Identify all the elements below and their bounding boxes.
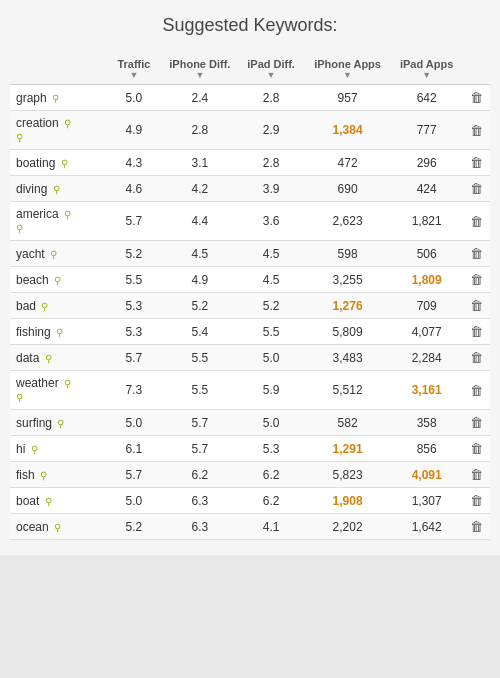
keyword-name: yacht bbox=[16, 247, 45, 261]
keyword-cell: ocean ⚲ bbox=[10, 514, 105, 540]
ipad-apps-value: 4,091 bbox=[390, 462, 464, 488]
keyword-search-icon[interactable]: ⚲ bbox=[54, 275, 61, 286]
delete-cell[interactable]: 🗑 bbox=[464, 462, 490, 488]
delete-cell[interactable]: 🗑 bbox=[464, 150, 490, 176]
iphone-apps-value: 1,384 bbox=[305, 111, 389, 150]
sort-arrow-ipad-apps: ▼ bbox=[396, 70, 458, 80]
delete-icon[interactable]: 🗑 bbox=[470, 467, 483, 482]
sort-arrow-ipad-diff: ▼ bbox=[243, 70, 300, 80]
table-row: america ⚲ ⚲ 5.74.43.62,6231,821🗑 bbox=[10, 202, 490, 241]
keyword-search-icon[interactable]: ⚲ bbox=[64, 118, 71, 129]
delete-cell[interactable]: 🗑 bbox=[464, 267, 490, 293]
delete-cell[interactable]: 🗑 bbox=[464, 111, 490, 150]
delete-cell[interactable]: 🗑 bbox=[464, 514, 490, 540]
ipad-diff-value: 5.2 bbox=[237, 293, 306, 319]
keyword-search-icon[interactable]: ⚲ bbox=[45, 353, 52, 364]
keyword-name: bad bbox=[16, 299, 36, 313]
delete-icon[interactable]: 🗑 bbox=[470, 350, 483, 365]
keyword-search-icon[interactable]: ⚲ bbox=[41, 301, 48, 312]
keyword-extra-icon[interactable]: ⚲ bbox=[16, 132, 23, 143]
ipad-diff-value: 2.8 bbox=[237, 85, 306, 111]
keyword-search-icon[interactable]: ⚲ bbox=[52, 93, 59, 104]
col-header-iphone-apps[interactable]: iPhone Apps ▼ bbox=[305, 54, 389, 85]
keyword-name: america bbox=[16, 207, 59, 221]
ipad-apps-value: 1,307 bbox=[390, 488, 464, 514]
sort-arrow-iphone-apps: ▼ bbox=[311, 70, 383, 80]
keyword-extra-icon[interactable]: ⚲ bbox=[16, 392, 23, 403]
ipad-apps-value: 3,161 bbox=[390, 371, 464, 410]
iphone-diff-value: 2.4 bbox=[163, 85, 237, 111]
traffic-value: 4.9 bbox=[105, 111, 163, 150]
ipad-diff-value: 6.2 bbox=[237, 462, 306, 488]
keyword-search-icon[interactable]: ⚲ bbox=[31, 444, 38, 455]
keyword-search-icon[interactable]: ⚲ bbox=[64, 209, 71, 220]
ipad-diff-value: 5.0 bbox=[237, 345, 306, 371]
keyword-extra-icon[interactable]: ⚲ bbox=[16, 223, 23, 234]
keyword-cell: boat ⚲ bbox=[10, 488, 105, 514]
keyword-name: weather bbox=[16, 376, 59, 390]
keyword-name: graph bbox=[16, 91, 47, 105]
col-header-iphone-diff[interactable]: iPhone Diff. ▼ bbox=[163, 54, 237, 85]
delete-icon[interactable]: 🗑 bbox=[470, 272, 483, 287]
delete-icon[interactable]: 🗑 bbox=[470, 324, 483, 339]
delete-cell[interactable]: 🗑 bbox=[464, 371, 490, 410]
delete-cell[interactable]: 🗑 bbox=[464, 85, 490, 111]
table-body: graph ⚲ 5.02.42.8957642🗑 creation ⚲ ⚲ 4.… bbox=[10, 85, 490, 540]
delete-cell[interactable]: 🗑 bbox=[464, 176, 490, 202]
delete-icon[interactable]: 🗑 bbox=[470, 519, 483, 534]
delete-cell[interactable]: 🗑 bbox=[464, 488, 490, 514]
sort-arrow-traffic: ▼ bbox=[111, 70, 157, 80]
keyword-search-icon[interactable]: ⚲ bbox=[40, 470, 47, 481]
delete-cell[interactable]: 🗑 bbox=[464, 241, 490, 267]
traffic-value: 5.3 bbox=[105, 319, 163, 345]
keyword-cell: surfing ⚲ bbox=[10, 410, 105, 436]
traffic-value: 5.3 bbox=[105, 293, 163, 319]
keyword-search-icon[interactable]: ⚲ bbox=[64, 378, 71, 389]
keyword-name: creation bbox=[16, 116, 59, 130]
iphone-diff-value: 5.7 bbox=[163, 410, 237, 436]
table-row: bad ⚲ 5.35.25.21,276709🗑 bbox=[10, 293, 490, 319]
keyword-name: beach bbox=[16, 273, 49, 287]
delete-cell[interactable]: 🗑 bbox=[464, 345, 490, 371]
delete-cell[interactable]: 🗑 bbox=[464, 319, 490, 345]
keyword-search-icon[interactable]: ⚲ bbox=[45, 496, 52, 507]
keyword-search-icon[interactable]: ⚲ bbox=[56, 327, 63, 338]
iphone-diff-value: 4.4 bbox=[163, 202, 237, 241]
ipad-diff-value: 4.1 bbox=[237, 514, 306, 540]
traffic-value: 5.7 bbox=[105, 462, 163, 488]
delete-cell[interactable]: 🗑 bbox=[464, 436, 490, 462]
table-row: boat ⚲ 5.06.36.21,9081,307🗑 bbox=[10, 488, 490, 514]
delete-icon[interactable]: 🗑 bbox=[470, 90, 483, 105]
delete-cell[interactable]: 🗑 bbox=[464, 202, 490, 241]
delete-icon[interactable]: 🗑 bbox=[470, 383, 483, 398]
keyword-search-icon[interactable]: ⚲ bbox=[57, 418, 64, 429]
iphone-diff-value: 4.5 bbox=[163, 241, 237, 267]
keyword-search-icon[interactable]: ⚲ bbox=[53, 184, 60, 195]
table-row: fish ⚲ 5.76.26.25,8234,091🗑 bbox=[10, 462, 490, 488]
keyword-name: diving bbox=[16, 182, 47, 196]
col-header-traffic[interactable]: Traffic ▼ bbox=[105, 54, 163, 85]
delete-icon[interactable]: 🗑 bbox=[470, 298, 483, 313]
ipad-apps-value: 709 bbox=[390, 293, 464, 319]
iphone-apps-value: 5,823 bbox=[305, 462, 389, 488]
delete-cell[interactable]: 🗑 bbox=[464, 410, 490, 436]
traffic-value: 5.5 bbox=[105, 267, 163, 293]
keyword-search-icon[interactable]: ⚲ bbox=[61, 158, 68, 169]
ipad-apps-value: 642 bbox=[390, 85, 464, 111]
col-header-keyword bbox=[10, 54, 105, 85]
delete-icon[interactable]: 🗑 bbox=[470, 246, 483, 261]
delete-icon[interactable]: 🗑 bbox=[470, 415, 483, 430]
delete-icon[interactable]: 🗑 bbox=[470, 181, 483, 196]
delete-icon[interactable]: 🗑 bbox=[470, 493, 483, 508]
delete-icon[interactable]: 🗑 bbox=[470, 214, 483, 229]
table-row: data ⚲ 5.75.55.03,4832,284🗑 bbox=[10, 345, 490, 371]
col-header-ipad-diff[interactable]: iPad Diff. ▼ bbox=[237, 54, 306, 85]
keyword-search-icon[interactable]: ⚲ bbox=[50, 249, 57, 260]
delete-icon[interactable]: 🗑 bbox=[470, 155, 483, 170]
delete-icon[interactable]: 🗑 bbox=[470, 441, 483, 456]
keyword-search-icon[interactable]: ⚲ bbox=[54, 522, 61, 533]
delete-cell[interactable]: 🗑 bbox=[464, 293, 490, 319]
col-header-ipad-apps[interactable]: iPad Apps ▼ bbox=[390, 54, 464, 85]
delete-icon[interactable]: 🗑 bbox=[470, 123, 483, 138]
keyword-name: data bbox=[16, 351, 39, 365]
